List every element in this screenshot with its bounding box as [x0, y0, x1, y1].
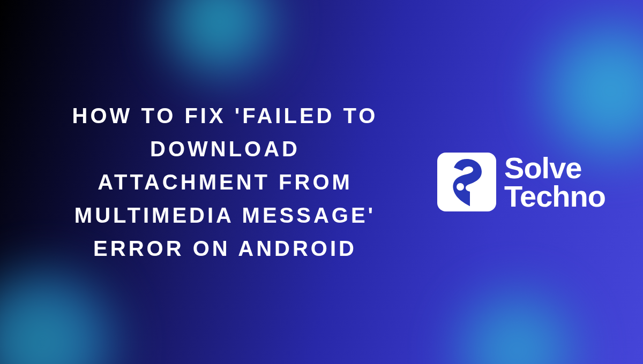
- logo-icon: [437, 153, 496, 211]
- main-content: HOW TO FIX 'FAILED TO DOWNLOAD ATTACHMEN…: [0, 0, 643, 364]
- brand-name-line1: Solve: [504, 154, 605, 182]
- svg-point-0: [457, 183, 464, 191]
- article-headline: HOW TO FIX 'FAILED TO DOWNLOAD ATTACHMEN…: [70, 99, 380, 265]
- brand-logo: Solve Techno: [437, 153, 605, 211]
- brand-name-line2: Techno: [504, 182, 605, 210]
- logo-text: Solve Techno: [504, 154, 605, 210]
